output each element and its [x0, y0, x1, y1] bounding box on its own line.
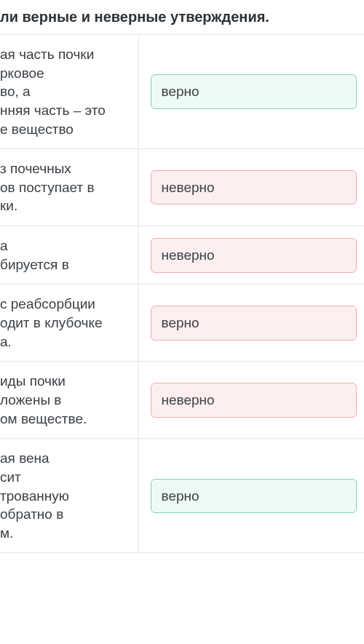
answer-cell: неверно [138, 226, 364, 285]
answer-cell: неверно [138, 149, 364, 226]
statement-line: бируется в [0, 257, 69, 272]
statement-line: сит [0, 469, 21, 485]
statement-line: ки. [0, 198, 17, 213]
statements-table: ая часть почки рковое во, а нняя часть –… [0, 35, 364, 553]
statement-line: ом веществе. [0, 411, 87, 426]
statement-line: одит в клубочке [0, 315, 103, 330]
answer-box[interactable]: верно [151, 74, 357, 109]
statement-line: во, а [0, 84, 31, 99]
statement-line: з почечных [0, 161, 71, 176]
answer-cell: верно [138, 35, 364, 149]
answer-box[interactable]: неверно [151, 238, 357, 273]
statement-line: обратно в [0, 506, 63, 522]
statement-cell: с реабсорбции одит в клубочке а. [0, 285, 138, 362]
statement-line: рковое [0, 65, 44, 81]
statement-line: ложены в [0, 392, 61, 408]
statement-cell: иды почки ложены в ом веществе. [0, 362, 138, 439]
statement-cell: ая вена сит трованную обратно в м. [0, 439, 138, 553]
statement-line: ая вена [0, 450, 50, 466]
answer-cell: верно [138, 439, 364, 553]
page-title: ли верные и неверные утверждения. [0, 0, 364, 35]
statement-line: м. [0, 525, 13, 541]
answer-box[interactable]: верно [151, 306, 357, 341]
statement-line: трованную [0, 488, 69, 504]
answer-cell: верно [138, 285, 364, 362]
statement-line: с реабсорбции [0, 296, 95, 311]
statement-line: а. [0, 334, 12, 349]
statement-cell: з почечных ов поступает в ки. [0, 149, 138, 226]
statement-line: а [0, 238, 8, 253]
statement-line: ая часть почки [0, 47, 94, 62]
statement-line: иды почки [0, 373, 66, 389]
table-row: с реабсорбции одит в клубочке а. верно [0, 285, 364, 362]
statement-line: ов поступает в [0, 180, 95, 195]
table-row: иды почки ложены в ом веществе. неверно [0, 362, 364, 439]
answer-box[interactable]: неверно [151, 170, 357, 205]
answer-box[interactable]: неверно [151, 383, 357, 418]
table-row: ая часть почки рковое во, а нняя часть –… [0, 35, 364, 149]
statement-cell: а бируется в [0, 226, 138, 285]
statement-cell: ая часть почки рковое во, а нняя часть –… [0, 35, 138, 149]
statement-line: нняя часть – это [0, 103, 106, 118]
table-row: а бируется в неверно [0, 226, 364, 285]
statement-line: е вещество [0, 122, 74, 137]
answer-cell: неверно [138, 362, 364, 439]
answer-box[interactable]: верно [151, 479, 357, 514]
table-row: з почечных ов поступает в ки. неверно [0, 149, 364, 226]
table-row: ая вена сит трованную обратно в м. верно [0, 439, 364, 553]
